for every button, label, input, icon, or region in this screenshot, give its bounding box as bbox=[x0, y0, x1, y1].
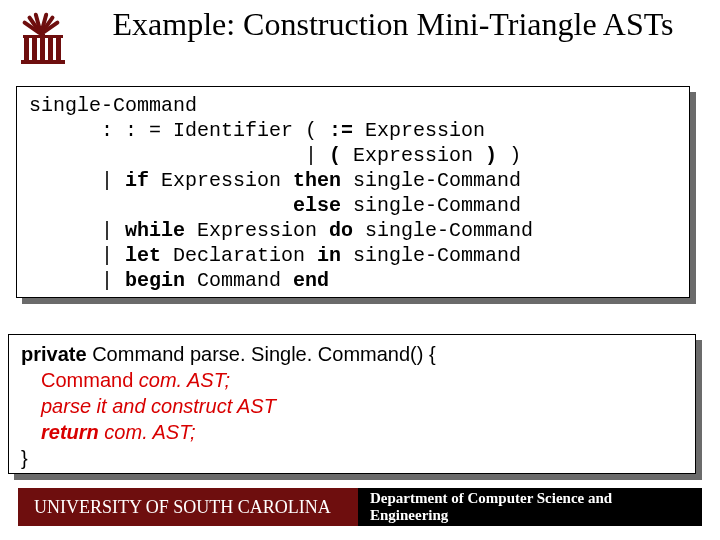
slide-title: Example: Construction Mini-Triangle ASTs bbox=[86, 6, 700, 43]
footer: UNIVERSITY OF SOUTH CAROLINA Department … bbox=[18, 488, 702, 526]
footer-department: Department of Computer Science and Engin… bbox=[358, 488, 702, 526]
code-box: private Command parse. Single. Command()… bbox=[8, 334, 696, 474]
usc-logo bbox=[14, 8, 68, 68]
java-code: private Command parse. Single. Command()… bbox=[21, 341, 683, 471]
slide: Example: Construction Mini-Triangle ASTs… bbox=[0, 0, 720, 540]
grammar-text: single-Command : : = Identifier ( := Exp… bbox=[29, 93, 677, 293]
footer-university: UNIVERSITY OF SOUTH CAROLINA bbox=[18, 488, 358, 526]
grammar-box: single-Command : : = Identifier ( := Exp… bbox=[16, 86, 690, 298]
